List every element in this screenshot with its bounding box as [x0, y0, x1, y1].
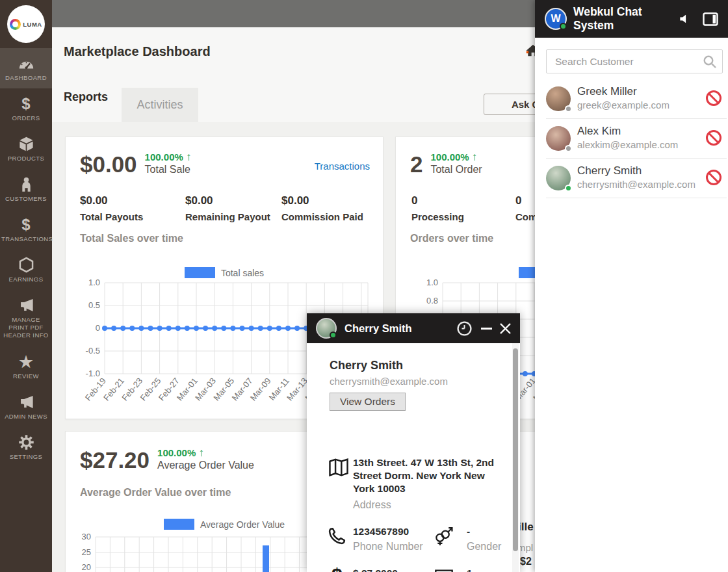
chat-panel-title: Webkul Chat System: [573, 5, 666, 32]
stat-commission-paid: $0.00Commission Paid: [281, 194, 363, 222]
stat-processing: 0Processing: [411, 194, 464, 222]
hexagon-icon: [1, 256, 51, 274]
block-customer-icon[interactable]: [706, 130, 722, 146]
star-icon: ★: [1, 353, 51, 370]
gear-icon: [1, 434, 51, 451]
svg-text:0.8: 0.8: [426, 296, 438, 306]
chat-popup-body: Cherry Smith cherrysmith@example.com Vie…: [307, 343, 520, 572]
up-arrow-icon: ↑: [186, 151, 192, 163]
orders-box-icon: [434, 568, 454, 572]
status-dot: [565, 145, 572, 152]
total-sales-chart-title: Total Sales over time: [80, 233, 183, 244]
map-icon: [328, 458, 349, 480]
history-clock-icon[interactable]: [456, 320, 473, 337]
sidebar-item-review[interactable]: ★ REVIEW: [0, 346, 52, 387]
fragment-text: $2: [520, 556, 532, 567]
svg-text:0.5: 0.5: [88, 300, 100, 310]
total-order-growth: 100.00% ↑: [430, 151, 482, 163]
svg-text:1.0: 1.0: [88, 278, 100, 287]
chat-popup: Cherry Smith Cherry Smith cherrysmith@ex…: [307, 313, 520, 572]
box-icon: [1, 135, 51, 153]
customer-list-item[interactable]: Alex Kim alexkim@example.com: [535, 119, 728, 159]
luma-logo-text: LUMA: [23, 21, 42, 28]
search-input[interactable]: [546, 49, 723, 73]
avatar: [546, 86, 571, 111]
megaphone-icon: [1, 296, 51, 314]
customer-list-item[interactable]: Greek Miller greek@example.com: [535, 79, 728, 119]
legend-swatch: [164, 519, 194, 530]
sidebar-item-customers[interactable]: CUSTOMERS: [0, 169, 52, 209]
dollar-icon: $: [1, 216, 51, 233]
sidebar-item-orders[interactable]: $ ORDERS: [0, 88, 52, 129]
sidebar-item-admin-news[interactable]: ADMIN NEWS: [0, 387, 52, 427]
avatar: [546, 126, 571, 151]
total-order-amount: 2: [410, 151, 422, 177]
page-title: Marketplace Dashboard: [64, 44, 211, 59]
block-customer-icon[interactable]: [706, 90, 722, 106]
store-logo[interactable]: LUMA: [0, 0, 52, 48]
panel-layout-icon[interactable]: [703, 12, 718, 26]
customer-email: cherrysmith@example.com: [577, 179, 696, 190]
aov-growth: 100.00% ↑: [157, 447, 254, 459]
avatar: [316, 318, 337, 339]
customer-email: cherrysmith@example.com: [330, 376, 448, 387]
svg-text:Mar-09: Mar-09: [248, 376, 273, 402]
stat-remaining-payout: $0.00Remaining Payout: [185, 194, 270, 222]
tab-reports[interactable]: Reports: [64, 90, 108, 104]
aov-chart-title: Average Order Value over time: [80, 487, 231, 499]
sidebar-item-products[interactable]: PRODUCTS: [0, 129, 52, 169]
address-value: 13th Street. 47 W 13th St, 2nd Street Do…: [353, 456, 508, 495]
sidebar-item-dashboard[interactable]: DASHBOARD: [0, 48, 52, 88]
base-total-value: $ 27.2000: [353, 567, 398, 572]
phone-icon: [327, 526, 346, 549]
svg-text:-1.0: -1.0: [86, 369, 100, 378]
sidebar-item-transactions[interactable]: $ TRANSACTIONS: [0, 209, 52, 250]
fragment-text: ille: [518, 521, 534, 534]
transactions-link[interactable]: Transactions: [315, 161, 370, 172]
sidebar-item-manage-print-pdf-header-info[interactable]: MANAGE PRINT PDF HEADER INFO: [0, 290, 52, 346]
svg-text:1.0: 1.0: [426, 278, 438, 287]
sidebar-item-settings[interactable]: SETTINGS: [0, 427, 52, 467]
status-dot: [565, 185, 572, 192]
minimize-icon[interactable]: [481, 323, 492, 334]
luma-ring-icon: [10, 19, 21, 30]
view-orders-button[interactable]: View Orders: [330, 393, 406, 411]
close-icon[interactable]: [500, 323, 511, 334]
dollar-icon: $: [1, 95, 51, 112]
customer-name: Cherry Smith: [577, 164, 642, 177]
gender-icon: [433, 526, 455, 549]
chat-popup-title: Cherry Smith: [344, 322, 448, 335]
speaker-icon[interactable]: [678, 12, 691, 25]
customer-name: Alex Kim: [577, 125, 621, 138]
orders-chart-title: Orders over time: [410, 233, 493, 244]
aov-label: Average Order Value: [157, 459, 254, 472]
chat-panel-header: W Webkul Chat System: [535, 0, 728, 38]
popup-scrollbar-thumb[interactable]: [513, 348, 518, 551]
dollar-icon: $: [332, 564, 343, 572]
status-dot: [565, 105, 572, 112]
online-status-dot: [560, 23, 567, 30]
svg-text:0: 0: [96, 323, 100, 333]
stat-total-payouts: $0.00Total Payouts: [80, 194, 143, 222]
phone-value: 1234567890: [353, 525, 409, 538]
svg-text:20: 20: [82, 562, 91, 572]
customer-list-item[interactable]: Cherry Smith cherrysmith@example.com: [535, 159, 728, 198]
sidebar: LUMA DASHBOARD $ ORDERS PRODUCTS CUSTOME…: [0, 0, 52, 572]
customer-name: Greek Miller: [577, 85, 637, 98]
customer-search: [546, 49, 723, 73]
chat-popup-header[interactable]: Cherry Smith: [307, 313, 520, 343]
up-arrow-icon: ↑: [198, 447, 204, 459]
aov-amount: $27.20: [80, 447, 150, 473]
avatar: [546, 166, 571, 190]
total-order-label: Total Order: [430, 163, 482, 176]
svg-text:30: 30: [82, 532, 91, 541]
gender-value: -: [467, 525, 470, 538]
chat-panel: W Webkul Chat System Greek Miller greek@…: [535, 0, 728, 572]
dashboard-icon: [1, 55, 51, 72]
svg-text:-0.5: -0.5: [86, 346, 100, 356]
tab-activities[interactable]: Activities: [122, 88, 198, 122]
customer-list: Greek Miller greek@example.com Alex Kim …: [535, 79, 728, 198]
customer-email: alexkim@example.com: [577, 139, 678, 150]
sidebar-item-earnings[interactable]: EARNINGS: [0, 250, 52, 290]
block-customer-icon[interactable]: [706, 170, 722, 185]
